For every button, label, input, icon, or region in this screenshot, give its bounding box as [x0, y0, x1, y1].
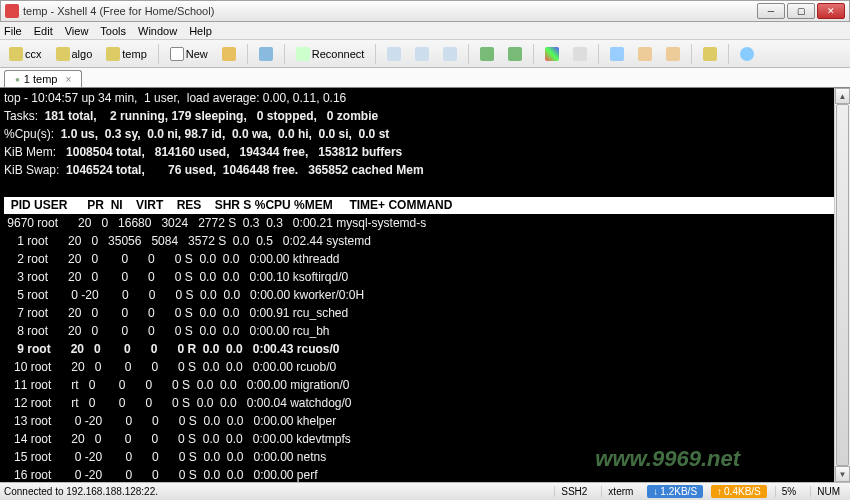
- tasks-line: Tasks: 181 total, 2 running, 179 sleepin…: [4, 109, 378, 123]
- close-button[interactable]: ✕: [817, 3, 845, 19]
- process-row: 1 root 20 0 35056 5084 3572 S 0.0 0.5 0:…: [4, 234, 371, 248]
- wrench-icon: [259, 47, 273, 61]
- menu-window[interactable]: Window: [138, 25, 177, 37]
- process-row: 5 root 0 -20 0 0 0 S 0.0 0.0 0:00.00 kwo…: [4, 288, 364, 302]
- process-row: 2 root 20 0 0 0 0 S 0.0 0.0 0:00.00 kthr…: [4, 252, 340, 266]
- session-ccx[interactable]: ccx: [4, 44, 47, 64]
- process-row: 7 root 20 0 0 0 0 S 0.0 0.0 0:00.91 rcu_…: [4, 306, 348, 320]
- process-row: 14 root 20 0 0 0 0 S 0.0 0.0 0:00.00 kde…: [4, 432, 351, 446]
- process-row: 11 root rt 0 0 0 0 S 0.0 0.0 0:00.00 mig…: [4, 378, 350, 392]
- process-row: 3 root 20 0 0 0 0 S 0.0 0.0 0:00.10 ksof…: [4, 270, 348, 284]
- menu-file[interactable]: File: [4, 25, 22, 37]
- open-button[interactable]: [217, 44, 241, 64]
- paste-icon: [415, 47, 429, 61]
- process-row-active: 9 root 20 0 0 0 0 R 0.0 0.0 0:00.43 rcuo…: [4, 342, 339, 356]
- folder-icon: [222, 47, 236, 61]
- lock-icon: [703, 47, 717, 61]
- cascade-button[interactable]: [661, 44, 685, 64]
- font-button[interactable]: [568, 44, 592, 64]
- reconnect-icon: [296, 47, 310, 61]
- help-button[interactable]: [735, 44, 759, 64]
- help-icon: [740, 47, 754, 61]
- status-bar: Connected to 192.168.188.128:22. SSH2 xt…: [0, 482, 850, 500]
- session-icon: [106, 47, 120, 61]
- tab-status-icon: ●: [15, 75, 20, 84]
- arrow-down-icon: ↓: [653, 486, 658, 497]
- find-icon: [443, 47, 457, 61]
- scroll-up-icon[interactable]: ▲: [835, 88, 850, 104]
- cpu-line: %Cpu(s): 1.0 us, 0.3 sy, 0.0 ni, 98.7 id…: [4, 127, 389, 141]
- window-title: temp - Xshell 4 (Free for Home/School): [23, 5, 757, 17]
- process-row: 12 root rt 0 0 0 0 S 0.0 0.0 0:00.04 wat…: [4, 396, 352, 410]
- scroll-down-icon[interactable]: ▼: [835, 466, 850, 482]
- toolbar: ccx algo temp New Reconnect: [0, 40, 850, 68]
- scroll-thumb[interactable]: [836, 104, 849, 466]
- session-icon: [56, 47, 70, 61]
- reconnect-button[interactable]: Reconnect: [291, 44, 370, 64]
- session-tab-bar: ● 1 temp ×: [0, 68, 850, 88]
- script-icon: [508, 47, 522, 61]
- menu-tools[interactable]: Tools: [100, 25, 126, 37]
- new-icon: [170, 47, 184, 61]
- session-temp[interactable]: temp: [101, 44, 151, 64]
- font-icon: [573, 47, 587, 61]
- color-button[interactable]: [540, 44, 564, 64]
- session-icon: [9, 47, 23, 61]
- title-bar: temp - Xshell 4 (Free for Home/School) ─…: [0, 0, 850, 22]
- lock-button[interactable]: [698, 44, 722, 64]
- process-row: 9670 root 20 0 16680 3024 2772 S 0.3 0.3…: [4, 216, 426, 230]
- copy-button[interactable]: [382, 44, 406, 64]
- app-icon: [5, 4, 19, 18]
- vertical-scrollbar[interactable]: ▲ ▼: [834, 88, 850, 482]
- menu-bar: File Edit View Tools Window Help: [0, 22, 850, 40]
- new-button[interactable]: New: [165, 44, 213, 64]
- session-algo[interactable]: algo: [51, 44, 98, 64]
- scroll-track[interactable]: [835, 104, 850, 466]
- properties-button[interactable]: [254, 44, 278, 64]
- fullscreen-icon: [610, 47, 624, 61]
- protocol-label: SSH2: [554, 486, 593, 497]
- transfer-icon: [480, 47, 494, 61]
- numlock-label: NUM: [810, 486, 846, 497]
- tab-label: 1 temp: [24, 73, 58, 85]
- cascade-icon: [666, 47, 680, 61]
- process-row: 10 root 20 0 0 0 0 S 0.0 0.0 0:00.00 rcu…: [4, 360, 336, 374]
- menu-help[interactable]: Help: [189, 25, 212, 37]
- percent-label: 5%: [775, 486, 802, 497]
- process-row: 8 root 20 0 0 0 0 S 0.0 0.0 0:00.00 rcu_…: [4, 324, 330, 338]
- swap-line: KiB Swap: 1046524 total, 76 used, 104644…: [4, 163, 424, 177]
- process-row: 16 root 0 -20 0 0 0 S 0.0 0.0 0:00.00 pe…: [4, 468, 318, 482]
- paste-button[interactable]: [410, 44, 434, 64]
- menu-view[interactable]: View: [65, 25, 89, 37]
- script-button[interactable]: [503, 44, 527, 64]
- fullscreen-button[interactable]: [605, 44, 629, 64]
- column-header: PID USER PR NI VIRT RES SHR S %CPU %MEM …: [4, 197, 846, 214]
- tile-button[interactable]: [633, 44, 657, 64]
- tile-icon: [638, 47, 652, 61]
- mem-line: KiB Mem: 1008504 total, 814160 used, 194…: [4, 145, 402, 159]
- xftp-button[interactable]: [475, 44, 499, 64]
- terminal-output[interactable]: top - 10:04:57 up 34 min, 1 user, load a…: [0, 88, 850, 482]
- term-type: xterm: [601, 486, 639, 497]
- minimize-button[interactable]: ─: [757, 3, 785, 19]
- arrow-up-icon: ↑: [717, 486, 722, 497]
- find-button[interactable]: [438, 44, 462, 64]
- color-icon: [545, 47, 559, 61]
- connection-status: Connected to 192.168.188.128:22.: [4, 486, 546, 497]
- tab-temp[interactable]: ● 1 temp ×: [4, 70, 82, 87]
- tab-close-icon[interactable]: ×: [65, 74, 71, 85]
- maximize-button[interactable]: ▢: [787, 3, 815, 19]
- process-row: 15 root 0 -20 0 0 0 S 0.0 0.0 0:00.00 ne…: [4, 450, 326, 464]
- download-rate: ↓1.2KB/S: [647, 485, 703, 498]
- upload-rate: ↑0.4KB/S: [711, 485, 767, 498]
- top-summary-line: top - 10:04:57 up 34 min, 1 user, load a…: [4, 91, 346, 105]
- menu-edit[interactable]: Edit: [34, 25, 53, 37]
- copy-icon: [387, 47, 401, 61]
- process-row: 13 root 0 -20 0 0 0 S 0.0 0.0 0:00.00 kh…: [4, 414, 336, 428]
